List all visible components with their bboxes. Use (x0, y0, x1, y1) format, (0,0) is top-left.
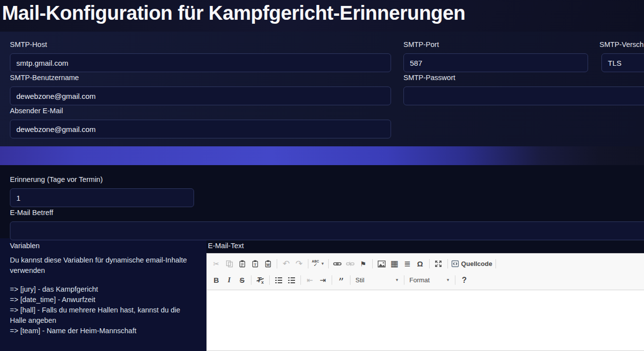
variables-list: => [jury] - das Kampfgericht => [date_ti… (10, 284, 198, 336)
special-character-icon[interactable]: Ω (414, 258, 427, 270)
smtp-host-label: SMTP-Host (10, 41, 47, 48)
paste-icon[interactable] (236, 258, 248, 270)
variable-item: => [jury] - das Kampfgericht (10, 284, 198, 295)
toolbar-separator (277, 259, 277, 268)
accent-divider (0, 146, 644, 165)
copy-icon-glyph (226, 260, 233, 267)
smtp-username-label: SMTP-Benutzername (10, 74, 79, 82)
smtp-username-input[interactable] (10, 87, 391, 105)
email-text-editor: ✂ T W ↶ ↷ ABC✓ ▼ (206, 253, 644, 351)
anchor-icon[interactable]: ⚑ (357, 258, 370, 270)
maximize-icon-glyph (435, 260, 442, 267)
paste-word-icon[interactable]: W (261, 258, 274, 270)
remove-format-icon[interactable]: Tx (254, 274, 267, 287)
indent-icon[interactable]: ⇥ (316, 274, 329, 287)
numbered-list-icon[interactable] (272, 274, 285, 287)
bulleted-list-glyph (288, 277, 295, 283)
link-icon[interactable] (331, 258, 344, 270)
paste-text-icon-glyph: T (251, 260, 259, 267)
toolbar-separator (455, 275, 455, 285)
toolbar-row-2: B I S Tx ⇤ ⇥ ” (210, 272, 644, 288)
toolbar-row-1: ✂ T W ↶ ↷ ABC✓ ▼ (210, 256, 644, 272)
toolbar-separator (300, 275, 301, 285)
redo-icon[interactable]: ↷ (293, 258, 305, 270)
cut-icon[interactable]: ✂ (210, 258, 223, 270)
remove-format-glyph: Tx (257, 276, 264, 285)
page-title: Mail-Konfiguration für Kampfgericht-Erin… (2, 2, 465, 24)
source-icon (451, 260, 459, 267)
editor-toolbar: ✂ T W ↶ ↷ ABC✓ ▼ (207, 254, 644, 290)
smtp-password-input[interactable] (403, 87, 644, 105)
email-subject-input[interactable] (10, 221, 644, 240)
smtp-host-input[interactable] (10, 53, 391, 72)
smtp-port-input[interactable] (403, 53, 588, 72)
unlink-icon[interactable] (344, 258, 357, 270)
chevron-down-icon: ▼ (321, 262, 325, 266)
bulleted-list-icon[interactable] (285, 274, 298, 287)
reminder-days-input[interactable] (10, 188, 194, 207)
blockquote-icon[interactable]: ” (335, 274, 347, 287)
email-text-label: E-Mail-Text (208, 242, 244, 250)
toolbar-separator (269, 275, 270, 285)
format-dropdown[interactable]: Format ▼ (407, 274, 452, 286)
toolbar-separator (332, 275, 332, 285)
chevron-down-icon: ▼ (395, 278, 399, 282)
reminder-days-label: Erinnerung (Tage vor Termin) (10, 176, 103, 183)
svg-text:W: W (266, 263, 270, 267)
editor-content-area[interactable] (207, 290, 644, 346)
bold-icon[interactable]: B (210, 274, 223, 287)
sender-email-input[interactable] (10, 120, 391, 138)
maximize-icon[interactable] (432, 258, 445, 270)
variables-description: Du kannst diese Variablen für dynamische… (10, 255, 198, 276)
smtp-encryption-label: SMTP-Verschlüsselung (599, 41, 644, 48)
toolbar-separator (429, 259, 430, 268)
toolbar-separator (404, 275, 404, 285)
sender-email-label: Absender E-Mail (10, 107, 63, 115)
strikethrough-icon[interactable]: S (236, 274, 248, 287)
undo-icon[interactable]: ↶ (280, 258, 293, 270)
toolbar-separator (328, 259, 329, 268)
toolbar-separator (447, 259, 448, 268)
italic-icon[interactable]: I (223, 274, 236, 287)
image-icon[interactable] (375, 258, 388, 270)
paste-word-icon-glyph: W (264, 260, 272, 267)
smtp-port-label: SMTP-Port (403, 41, 439, 48)
toolbar-separator (372, 259, 373, 268)
smtp-password-label: SMTP-Passwort (403, 74, 455, 82)
spellcheck-icon[interactable]: ABC✓ ▼ (311, 258, 326, 270)
horizontal-rule-icon[interactable]: ≣ (401, 258, 414, 270)
outdent-icon[interactable]: ⇤ (303, 274, 316, 287)
table-icon[interactable]: ▦ (388, 258, 401, 270)
smtp-encryption-value: TLS (608, 59, 622, 67)
about-icon[interactable]: ? (458, 274, 471, 287)
svg-text:T: T (254, 263, 256, 267)
email-subject-label: E-Mail Betreff (10, 209, 53, 217)
spellcheck-glyph: ABC✓ (312, 260, 319, 267)
paste-text-icon[interactable]: T (248, 258, 261, 270)
paste-icon-glyph (239, 260, 246, 267)
variable-item: => [date_time] - Anwurfzeit (10, 295, 198, 305)
numbered-list-glyph (275, 277, 282, 283)
source-button[interactable]: Quellcode (450, 258, 494, 270)
source-button-label: Quellcode (461, 260, 493, 267)
toolbar-separator (495, 259, 496, 268)
chevron-down-icon: ▼ (446, 278, 450, 282)
styles-dropdown-label: Stil (355, 276, 364, 284)
smtp-encryption-select[interactable]: TLS (601, 53, 644, 72)
variable-item: => [team] - Name der Heim-Mannschaft (10, 326, 198, 336)
styles-dropdown[interactable]: Stil ▼ (353, 274, 401, 286)
link-icon-glyph (333, 260, 342, 267)
title-band: Mail-Konfiguration für Kampfgericht-Erin… (0, 0, 644, 32)
format-dropdown-label: Format (409, 276, 430, 284)
toolbar-separator (308, 259, 308, 268)
toolbar-separator (350, 275, 350, 285)
variable-item: => [hall] - Falls du mehrere Hallen hast… (10, 305, 198, 326)
image-icon-glyph (378, 261, 386, 267)
copy-icon[interactable] (223, 258, 236, 270)
mail-config-page: Mail-Konfiguration für Kampfgericht-Erin… (0, 0, 644, 351)
variables-label: Variablen (10, 242, 40, 250)
unlink-icon-glyph (346, 260, 354, 267)
toolbar-separator (251, 275, 251, 285)
